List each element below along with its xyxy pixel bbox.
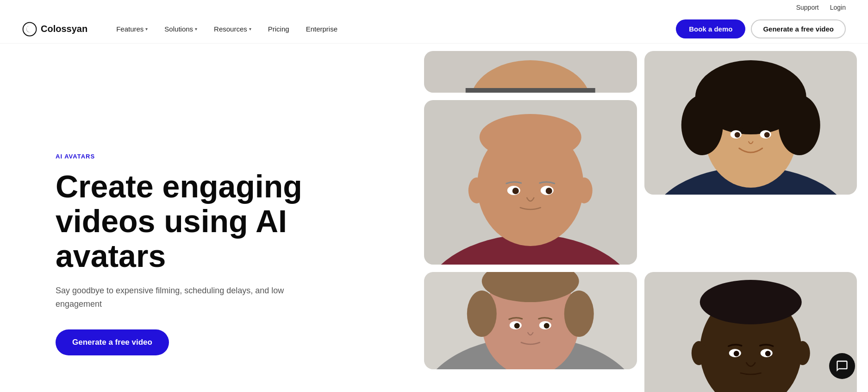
hero-section: AI AVATARS Create engaging videos using … (0, 44, 868, 392)
svg-point-13 (734, 132, 740, 138)
login-link[interactable]: Login (830, 4, 846, 11)
nav-actions: Book a demo Generate a free video (676, 19, 846, 38)
svg-point-23 (546, 188, 552, 194)
avatar-card-bald-man (424, 100, 637, 265)
svg-point-45 (733, 351, 739, 356)
svg-point-14 (764, 132, 769, 138)
chat-icon (836, 360, 849, 373)
avatar-grid (417, 44, 868, 392)
support-link[interactable]: Support (796, 4, 819, 11)
svg-point-36 (544, 323, 550, 329)
svg-point-19 (480, 114, 581, 160)
nav-links: Features ▾ Solutions ▾ Resources ▾ Prici… (110, 21, 676, 37)
svg-point-24 (468, 177, 485, 203)
svg-point-42 (699, 280, 801, 324)
chevron-down-icon: ▾ (249, 26, 251, 32)
avatar-bald-man-image (424, 100, 637, 265)
nav-item-solutions[interactable]: Solutions ▾ (158, 21, 204, 37)
svg-point-0 (23, 22, 37, 36)
avatar-curly-woman-image (644, 51, 857, 195)
avatar-card-curly-woman (644, 51, 857, 195)
top-utility-bar: Support Login (0, 0, 868, 15)
svg-point-22 (512, 188, 519, 194)
hero-tag: AI AVATARS (56, 153, 389, 160)
svg-rect-3 (466, 88, 595, 93)
generate-video-button-hero[interactable]: Generate a free video (56, 329, 169, 355)
nav-item-enterprise[interactable]: Enterprise (300, 21, 344, 37)
book-demo-button[interactable]: Book a demo (676, 19, 745, 38)
logo[interactable]: Colossyan (22, 22, 87, 37)
chevron-down-icon: ▾ (145, 26, 148, 32)
avatar-card-young-black-man (644, 272, 857, 392)
svg-point-9 (681, 95, 723, 155)
svg-point-47 (691, 341, 706, 365)
hero-content: AI AVATARS Create engaging videos using … (0, 44, 417, 392)
hero-subtitle: Say goodbye to expensive filming, schedu… (56, 284, 287, 311)
nav-item-features[interactable]: Features ▾ (110, 21, 154, 37)
chevron-down-icon: ▾ (195, 26, 197, 32)
avatar-older-man-image (424, 272, 637, 369)
navbar: Colossyan Features ▾ Solutions ▾ Resourc… (0, 15, 868, 44)
svg-point-31 (467, 291, 497, 337)
avatar-young-black-man-image (644, 272, 857, 392)
avatar-card-partial (424, 51, 637, 93)
logo-icon (22, 22, 37, 37)
svg-point-10 (778, 95, 820, 155)
svg-point-32 (564, 291, 594, 337)
hero-title: Create engaging videos using AI avatars (56, 169, 389, 273)
svg-point-35 (514, 323, 520, 329)
svg-point-48 (795, 341, 810, 365)
logo-text: Colossyan (41, 24, 87, 34)
nav-item-resources[interactable]: Resources ▾ (207, 21, 258, 37)
avatar-partial-image (424, 51, 637, 93)
generate-video-button-nav[interactable]: Generate a free video (751, 19, 846, 38)
svg-point-46 (765, 351, 770, 356)
avatar-card-older-man (424, 272, 637, 369)
chat-widget[interactable] (829, 353, 855, 379)
nav-item-pricing[interactable]: Pricing (262, 21, 296, 37)
svg-point-25 (576, 177, 593, 203)
